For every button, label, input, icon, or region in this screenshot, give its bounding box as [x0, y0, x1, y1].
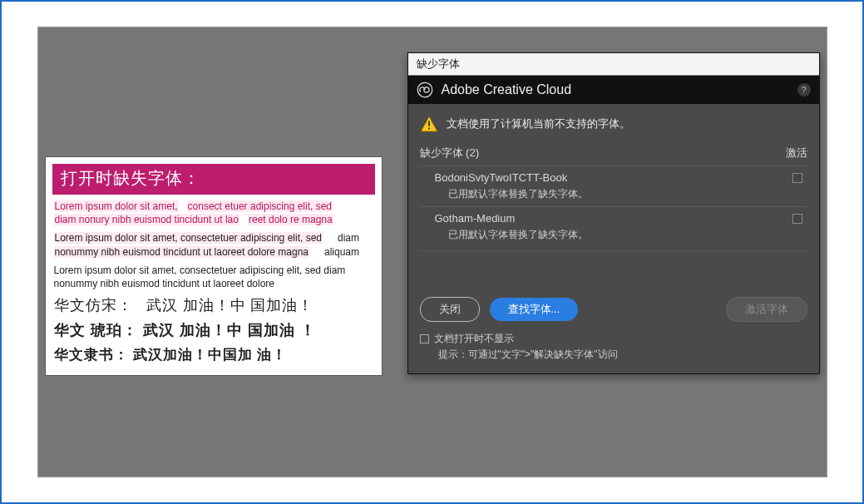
creative-cloud-icon — [417, 82, 433, 98]
document-preview: 打开时缺失字体： Lorem ipsum dolor sit amet, con… — [45, 156, 383, 376]
list-header-right: 激活 — [786, 146, 807, 161]
warning-text: 文档使用了计算机当前不支持的字体。 — [447, 116, 630, 131]
dialog-header: Adobe Creative Cloud ? — [408, 76, 819, 104]
font-message: 已用默认字体替换了缺失字体。 — [435, 228, 588, 242]
missing-fonts-dialog: 缺少字体 Adobe Creative Cloud ? 文档使用了计算机当前不支… — [407, 52, 820, 374]
app-canvas: 打开时缺失字体： Lorem ipsum dolor sit amet, con… — [38, 27, 827, 477]
help-button[interactable]: ? — [797, 83, 811, 96]
font-name: BodoniSvtyTwoITCTT-Book — [435, 171, 588, 184]
cjk-line-1: 华文仿宋： 武汉 加油！中 国加油！ — [54, 295, 373, 315]
cjk-line-3: 华文隶书： 武汉加油！中国加 油！ — [54, 345, 373, 364]
warning-icon — [420, 116, 438, 132]
document-title: 打开时缺失字体： — [52, 164, 375, 195]
text-run: 武汉 加油！中 国加油！ — [146, 297, 314, 314]
text-run: Lorem ipsum dolor sit amet, — [54, 200, 179, 212]
font-message: 已用默认字体替换了缺失字体。 — [435, 187, 588, 201]
warning-row: 文档使用了计算机当前不支持的字体。 — [408, 104, 819, 146]
dialog-titlebar: 缺少字体 — [408, 53, 819, 76]
footer-hint: 提示：可通过"文字">"解决缺失字体"访问 — [420, 348, 807, 362]
find-font-button[interactable]: 查找字体... — [490, 298, 579, 321]
list-header: 缺少字体 (2) 激活 — [408, 146, 819, 166]
font-item: Gotham-Medium 已用默认字体替换了缺失字体。 — [420, 206, 807, 247]
paragraph-2: Lorem ipsum dolor sit amet, consectetuer… — [54, 231, 373, 258]
text-run: diam nonury nibh euismod tincidunt ut la… — [54, 214, 239, 225]
list-header-left: 缺少字体 (2) — [420, 146, 480, 161]
list-spacer — [420, 250, 807, 290]
text-run: aliquam — [324, 246, 359, 258]
svg-rect-3 — [428, 128, 430, 130]
document-body: Lorem ipsum dolor sit amet, consect etue… — [46, 200, 382, 364]
text-run: 华文 琥珀： — [54, 322, 138, 338]
activate-checkbox[interactable] — [792, 214, 802, 224]
font-name: Gotham-Medium — [435, 212, 588, 225]
text-run: diam — [338, 232, 359, 244]
text-run: 武汉 加油！中 国加油 ！ — [143, 322, 316, 338]
text-run: Lorem ipsum dolor sit amet, consectetuer… — [54, 232, 323, 244]
dialog-buttons: 关闭 查找字体... 激活字体 — [408, 290, 819, 325]
text-run: reet dolo re magna — [248, 214, 333, 225]
svg-rect-2 — [428, 121, 430, 126]
cjk-line-2: 华文 琥珀： 武汉 加油！中 国加油 ！ — [54, 320, 373, 340]
dialog-footer: 文档打开时不显示 提示：可通过"文字">"解决缺失字体"访问 — [408, 325, 819, 373]
activate-checkbox[interactable] — [792, 173, 802, 183]
paragraph-1: Lorem ipsum dolor sit amet, consect etue… — [54, 200, 373, 226]
close-button[interactable]: 关闭 — [420, 297, 480, 322]
text-run: 华文隶书： — [54, 347, 129, 363]
dont-show-checkbox[interactable] — [420, 334, 429, 343]
font-list: BodoniSvtyTwoITCTT-Book 已用默认字体替换了缺失字体。 G… — [408, 166, 819, 247]
text-run: nonummy nibh euismod tincidunt ut laoree… — [54, 246, 310, 258]
activate-fonts-button: 激活字体 — [726, 297, 807, 322]
text-run: 武汉加油！中国加 油！ — [133, 347, 287, 363]
paragraph-3: Lorem ipsum dolor sit amet, consectetuer… — [54, 264, 373, 290]
text-run: 华文仿宋： — [54, 297, 133, 314]
dialog-header-title: Adobe Creative Cloud — [442, 82, 789, 97]
text-run: consect etuer adipiscing elit, sed — [187, 200, 333, 212]
dont-show-label: 文档打开时不显示 — [434, 332, 514, 346]
font-item: BodoniSvtyTwoITCTT-Book 已用默认字体替换了缺失字体。 — [420, 166, 807, 206]
